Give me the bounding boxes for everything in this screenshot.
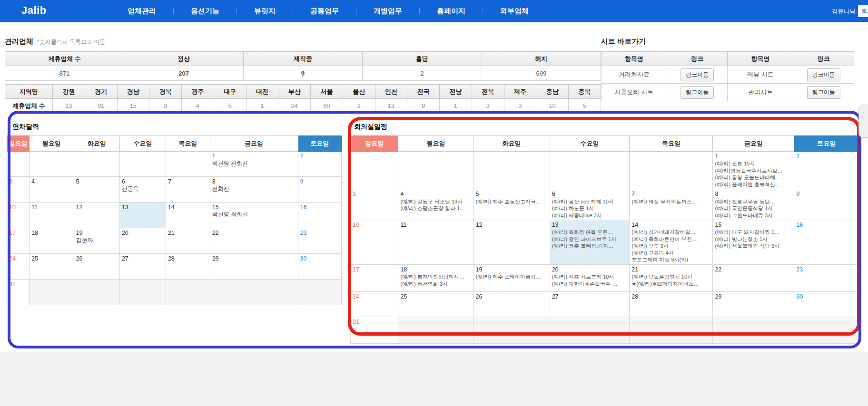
calendar-day-cell[interactable]: 14(예/리) 심가네돼지갈비일…(예/리) 육회바른연어 부천…(예/리) 오… [630, 220, 713, 265]
calendar-day-cell[interactable]: 29 [210, 254, 298, 280]
calendar-day-cell[interactable]: 10 [351, 220, 398, 265]
calendar-day-cell[interactable]: 1박선영 전희진 [210, 152, 298, 177]
calendar-day-cell[interactable]: 13 [119, 203, 166, 228]
calendar-day-cell[interactable]: 6신동욱 [119, 177, 166, 203]
stats-value-cell[interactable]: 9 [243, 66, 362, 81]
calendar-day-cell[interactable]: 7(예/리) 역삼 무적의돈까스… [630, 189, 713, 220]
stats-value-cell[interactable]: 871 [5, 66, 124, 81]
calendar-day-cell[interactable]: 25 [398, 291, 473, 317]
stats-value-cell[interactable]: 609 [482, 66, 601, 81]
calendar-day-cell[interactable]: 9 [794, 189, 859, 220]
calendar-day-cell[interactable]: 28 [630, 291, 713, 317]
calendar-day-cell[interactable]: 23 [794, 264, 859, 291]
region-count[interactable]: 9 [407, 99, 440, 113]
calendar-day-cell[interactable]: 30 [794, 291, 859, 317]
region-count[interactable]: 5 [569, 99, 601, 113]
calendar-day-cell[interactable]: 5 [74, 177, 119, 203]
calendar-day-cell[interactable]: 16 [298, 203, 341, 228]
stats-value-cell[interactable]: 207 [124, 66, 243, 81]
calendar-day-cell[interactable]: 4 [30, 177, 74, 203]
region-count[interactable]: 13 [53, 99, 85, 113]
calendar-day-cell[interactable]: 22 [210, 228, 298, 254]
region-count[interactable]: 4 [182, 99, 214, 113]
region-count[interactable]: 24 [278, 99, 311, 113]
calendar-day-cell[interactable]: 31 [351, 317, 398, 343]
calendar-day-cell[interactable]: 27 [550, 291, 630, 317]
calendar-day-cell[interactable]: 1(예/리) 핀트 10시(예/리)명동칼국수샤브샤브…(예/리) 통영 오늘도… [713, 152, 794, 189]
nav-menu-item[interactable]: 뷰릿지 [237, 7, 293, 16]
calendar-day-cell[interactable]: 2 [794, 152, 859, 189]
calendar-day-cell[interactable]: 27 [119, 254, 166, 280]
nav-menu-item[interactable]: 업체관리 [110, 7, 173, 16]
calendar-day-cell[interactable]: 31 [7, 280, 30, 305]
calendar-day-cell[interactable]: 18(예/리) 봉자막창하남미사…(예/리) 풍천연화 3시 [398, 264, 473, 291]
calendar-day-cell[interactable]: 19(예/리) 제주 스테이아름삼… [473, 264, 550, 291]
region-count[interactable]: 15 [117, 99, 149, 113]
region-count[interactable]: 3 [472, 99, 504, 113]
calendar-day-cell[interactable]: 5(예/리) 제주 술동산고기국… [473, 189, 550, 220]
calendar-day-cell[interactable]: 26 [74, 254, 119, 280]
calendar-day-cell[interactable]: 28 [166, 254, 210, 280]
calendar-day-cell[interactable]: 2 [298, 152, 341, 177]
region-count[interactable]: 3 [149, 99, 182, 113]
calendar-day-cell[interactable]: 26 [473, 291, 550, 317]
stats-value-cell[interactable]: 2 [363, 66, 482, 81]
calendar-day-cell[interactable]: 3 [7, 177, 30, 203]
calendar-day-cell[interactable]: 29 [713, 291, 794, 317]
link-go-button[interactable]: 링크이동 [807, 86, 840, 99]
calendar-day-cell[interactable]: 12 [473, 220, 550, 265]
calendar-day-cell[interactable]: 7 [166, 177, 210, 203]
region-count[interactable]: 13 [375, 99, 407, 113]
calendar-day-cell[interactable]: 18 [30, 228, 74, 254]
nav-menu-item[interactable]: 외부업체 [483, 7, 546, 16]
nav-menu-item[interactable]: 옵션기능 [174, 7, 237, 16]
region-count[interactable]: 10 [536, 99, 569, 113]
calendar-day-cell[interactable]: 20 [119, 228, 166, 254]
link-go-button[interactable]: 링크이동 [807, 68, 840, 81]
calendar-day-cell[interactable]: 8(예/리) 겐로쿠우동 동탄…(예/리) 국민운동식당 1시(예/리) 그랜드… [713, 189, 794, 220]
calendar-day-cell[interactable]: 20(예/리) 시흥 샤브포레 10시(예/리) 대한이네손칼국수 … [550, 264, 630, 291]
calendar-event: (예/리) 풍천연화 3시 [400, 280, 471, 288]
region-count[interactable]: 91 [85, 99, 117, 113]
calendar-day-cell[interactable]: 19김현아 [74, 228, 119, 254]
calendar-day-cell[interactable]: 30 [298, 254, 341, 280]
day-number: 16 [796, 221, 857, 229]
calendar-day-cell[interactable]: 24 [351, 291, 398, 317]
calendar-day-cell[interactable]: 17 [351, 264, 398, 291]
app-logo[interactable]: Jalib [21, 4, 47, 17]
region-count[interactable]: 1 [440, 99, 472, 113]
calendar-day-cell[interactable]: 11 [30, 203, 74, 228]
calendar-day-cell[interactable]: 24 [7, 254, 30, 280]
calendar-day-cell[interactable]: 10 [7, 203, 30, 228]
nav-menu-item[interactable]: 공통업무 [293, 7, 356, 16]
calendar-day-cell[interactable]: 6(예/리) 용산 oee 카페 10시(예/리) 하도문 1시(예/리) 쎄콩… [550, 189, 630, 220]
calendar-day-cell[interactable]: 11 [398, 220, 473, 265]
nav-menu-item[interactable]: 개별업무 [356, 7, 419, 16]
region-count[interactable]: 1 [246, 99, 278, 113]
calendar-day-cell[interactable]: 21 [166, 228, 210, 254]
link-go-button[interactable]: 링크이동 [681, 68, 714, 81]
calendar-day-cell[interactable]: 9 [298, 177, 341, 203]
region-count[interactable]: 3 [504, 99, 536, 113]
scrollbar-thumb[interactable] [858, 105, 868, 138]
calendar-day-cell[interactable]: 3 [351, 189, 398, 220]
calendar-day-cell[interactable]: 16 [794, 220, 859, 265]
link-go-button[interactable]: 링크이동 [681, 86, 714, 99]
logout-button[interactable]: 로그아웃 [858, 5, 868, 17]
calendar-day-cell[interactable]: 8전희진 [210, 177, 298, 203]
calendar-day-cell[interactable]: 13(예/리) 육화점 (4월 오픈…(예/리) 용인 파이프브루 1시(예/리… [550, 220, 630, 265]
calendar-day-cell[interactable]: 4(예/리) 강동구 낙소당 13시(예/리) 소팔소곱창 청라 1… [398, 189, 473, 220]
region-count[interactable]: 5 [214, 99, 246, 113]
calendar-day-cell[interactable]: 21(예/리) 오늘은앙꼬치 10시★(예/리)호텔더디자이너스… [630, 264, 713, 291]
calendar-day-cell[interactable]: 15박선영 최희선 [210, 203, 298, 228]
calendar-day-cell[interactable]: 22 [713, 264, 794, 291]
calendar-day-cell[interactable]: 15(예/리) 대구 돼지갈비찜 1…(예/리) 빛나는청춘 1시(예/리) 서… [713, 220, 794, 265]
calendar-day-cell[interactable]: 14 [166, 203, 210, 228]
calendar-day-cell[interactable]: 12 [74, 203, 119, 228]
region-count[interactable]: 60 [311, 99, 343, 113]
calendar-day-cell[interactable]: 25 [30, 254, 74, 280]
nav-menu-item[interactable]: 홈페이지 [420, 7, 483, 16]
calendar-day-cell[interactable]: 23 [298, 228, 341, 254]
region-count[interactable]: 2 [343, 99, 375, 113]
calendar-day-cell[interactable]: 17 [7, 228, 30, 254]
